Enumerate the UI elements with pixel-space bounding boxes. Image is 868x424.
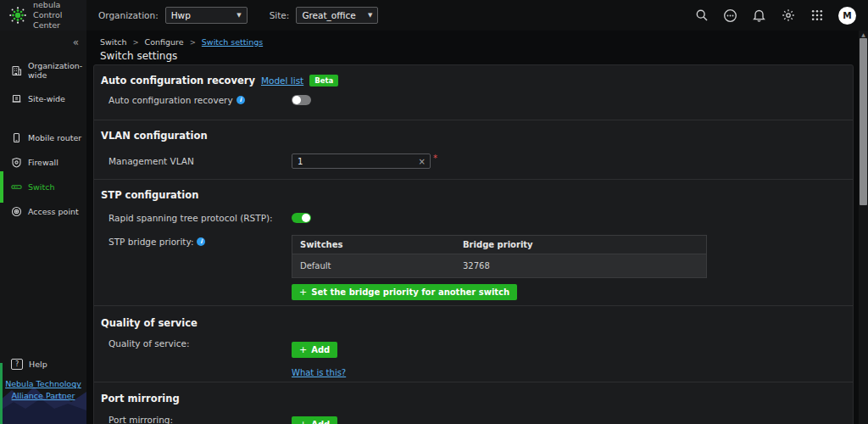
nebula-control-center-app: nebula Control Center Organization: Hwp … — [0, 0, 868, 424]
section-auto-configuration-recovery: Auto configuration recovery Model list B… — [94, 65, 853, 120]
auto-config-recovery-label: Auto configuration recovery — [108, 95, 233, 105]
organization-value: Hwp — [171, 10, 191, 20]
shield-icon — [11, 157, 22, 168]
plus-icon: + — [299, 344, 307, 355]
search-icon[interactable] — [694, 8, 709, 23]
rstp-label: Rapid spanning tree protocol (RSTP): — [108, 213, 273, 223]
site-select[interactable]: Great_office ▼ — [296, 7, 378, 24]
brand: nebula Control Center — [0, 0, 86, 31]
scrollbar-thumb[interactable] — [860, 38, 867, 205]
what-is-this-link[interactable]: What is this? — [292, 368, 346, 377]
sidebar: « Organization-wide — [0, 31, 86, 424]
nebula-logo-icon — [8, 6, 27, 25]
cell-bridge-priority: 32768 — [455, 254, 706, 277]
topbar: nebula Control Center Organization: Hwp … — [0, 0, 868, 31]
column-header-switches: Switches — [292, 236, 455, 254]
section-title: Port mirroring — [101, 393, 180, 404]
beta-badge: Beta — [309, 75, 338, 86]
user-avatar[interactable]: M — [838, 7, 856, 25]
feedback-ellipsis-icon[interactable] — [723, 8, 737, 23]
section-title: STP configuration — [101, 189, 198, 201]
section-title: VLAN configuration — [101, 130, 208, 142]
brand-text: nebula Control Center — [33, 0, 86, 31]
sidebar-group-gap — [0, 111, 86, 126]
section-title: Quality of service — [101, 317, 198, 329]
sidebar-item-firewall[interactable]: Firewall — [0, 150, 86, 175]
port-mirroring-label: Port mirroring: — [108, 415, 173, 424]
building-icon — [11, 65, 22, 76]
cell-switch-name: Default — [292, 254, 455, 277]
page-title: Switch settings — [100, 50, 177, 62]
sidebar-item-label: Switch — [28, 182, 54, 192]
sidebar-item-access-point[interactable]: Access point — [0, 199, 86, 224]
qos-label: Quality of service: — [108, 338, 189, 349]
info-icon[interactable]: i — [197, 237, 205, 246]
brand-line1: nebula — [33, 0, 60, 9]
clear-input-icon[interactable]: × — [419, 157, 430, 166]
breadcrumb: Switch > Configure > Switch settings — [100, 37, 263, 47]
section-stp-configuration: STP configuration Rapid spanning tree pr… — [94, 180, 853, 306]
set-bridge-priority-button-label: Set the bridge priority for another swit… — [311, 287, 509, 297]
section-quality-of-service: Quality of service Quality of service: +… — [94, 306, 853, 382]
chevron-down-icon: ▼ — [368, 12, 372, 19]
sidebar-item-label: Firewall — [28, 158, 58, 167]
table-header-row: Switches Bridge priority — [292, 236, 706, 254]
stp-bridge-priority-label: STP bridge priority: — [108, 237, 193, 247]
breadcrumb-separator: > — [190, 38, 196, 47]
sidebar-item-organization-wide[interactable]: Organization-wide — [0, 54, 86, 86]
auto-config-recovery-toggle[interactable] — [292, 95, 311, 105]
sidebar-item-label: Site-wide — [28, 94, 65, 103]
settings-card: Auto configuration recovery Model list B… — [93, 64, 854, 424]
sidebar-item-mobile-router[interactable]: Mobile router — [0, 126, 86, 150]
port-mirroring-add-button-label: Add — [311, 420, 330, 424]
context-selectors: Organization: Hwp ▼ Site: Great_office ▼ — [98, 7, 378, 24]
management-vlan-value: 1 — [292, 157, 419, 166]
organization-select[interactable]: Hwp ▼ — [165, 7, 248, 24]
main-content: Switch > Configure > Switch settings Swi… — [86, 31, 868, 424]
breadcrumb-configure[interactable]: Configure — [145, 37, 184, 47]
sidebar-collapse-icon[interactable]: « — [73, 36, 79, 48]
site-label: Site: — [270, 10, 290, 20]
vertical-scrollbar[interactable]: ▲ — [859, 31, 868, 424]
help-button[interactable]: ? Help — [11, 359, 47, 370]
notifications-bell-icon[interactable] — [752, 8, 766, 23]
info-icon[interactable]: i — [236, 96, 245, 104]
breadcrumb-separator: > — [132, 38, 138, 47]
access-point-icon — [11, 206, 22, 217]
sidebar-item-label: Mobile router — [28, 133, 81, 142]
sidebar-item-site-wide[interactable]: Site-wide — [0, 86, 86, 111]
left-edge-accent — [0, 363, 3, 424]
plus-icon: + — [299, 419, 307, 424]
rstp-toggle[interactable] — [292, 213, 311, 223]
help-question-icon: ? — [11, 359, 23, 370]
settings-gear-icon[interactable] — [781, 8, 795, 23]
section-title: Auto configuration recovery — [101, 75, 255, 86]
table-row[interactable]: Default 32768 — [292, 254, 706, 277]
partner-link-line2[interactable]: Alliance Partner — [12, 391, 75, 400]
management-vlan-input[interactable]: 1 × — [292, 153, 431, 169]
port-mirroring-add-button[interactable]: + Add — [292, 416, 337, 424]
required-asterisk: * — [433, 153, 437, 163]
section-vlan-configuration: VLAN configuration Management VLAN 1 × * — [94, 120, 853, 180]
management-vlan-label: Management VLAN — [108, 156, 194, 166]
sidebar-item-switch[interactable]: Switch — [0, 175, 86, 199]
brand-line2: Control Center — [33, 10, 62, 30]
breadcrumb-switch-settings[interactable]: Switch settings — [202, 37, 263, 47]
site-building-icon — [11, 93, 22, 104]
chevron-down-icon: ▼ — [236, 12, 241, 19]
switch-device-icon — [11, 181, 22, 192]
mobile-router-icon — [11, 132, 22, 143]
column-header-bridge-priority: Bridge priority — [455, 236, 706, 254]
set-bridge-priority-button[interactable]: + Set the bridge priority for another sw… — [292, 284, 517, 300]
partner-link-line1[interactable]: Nebula Technology — [5, 379, 81, 388]
stp-bridge-priority-table: Switches Bridge priority Default 32768 — [292, 235, 707, 278]
sidebar-item-label: Access point — [28, 207, 79, 216]
plus-icon: + — [299, 287, 307, 298]
qos-add-button[interactable]: + Add — [292, 342, 337, 358]
model-list-link[interactable]: Model list — [261, 75, 303, 86]
apps-grid-icon[interactable] — [810, 8, 824, 23]
site-value: Great_office — [302, 10, 355, 20]
qos-add-button-label: Add — [311, 345, 330, 354]
breadcrumb-switch[interactable]: Switch — [100, 37, 126, 47]
scroll-up-arrow[interactable]: ▲ — [859, 31, 868, 38]
